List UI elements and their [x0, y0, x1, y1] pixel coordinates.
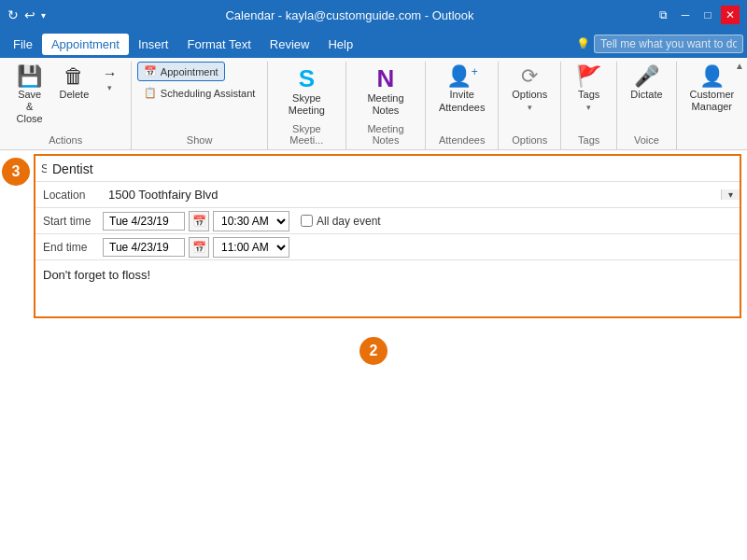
menu-bar: File Appointment Insert Format Text Revi… — [0, 30, 747, 58]
options-button[interactable]: ⟳ Options ▾ — [505, 62, 554, 117]
invite-icon: 👤+ — [446, 66, 478, 87]
ribbon-group-customer: 👤 CustomerManager — [677, 62, 747, 149]
menu-insert[interactable]: Insert — [129, 34, 178, 55]
options-buttons: ⟳ Options ▾ — [505, 62, 554, 133]
tags-icon: 🚩 — [576, 66, 601, 87]
restore-button[interactable]: ⧉ — [654, 6, 672, 24]
end-datetime: 📅 11:00 AM 11:30 AM 12:00 PM — [103, 235, 295, 259]
close-button[interactable]: ✕ — [721, 6, 740, 24]
window-controls: ⧉ ─ □ ✕ — [654, 6, 740, 24]
location-dropdown-button[interactable]: ▾ — [721, 189, 740, 200]
skype-icon: S — [299, 66, 315, 91]
scheduling-assistant-button[interactable]: 📋 Scheduling Assistant — [137, 83, 262, 103]
notes-text: Don't forget to floss! — [43, 268, 150, 282]
form-area: S Location ▾ Start time 📅 10:30 AM 11:00… — [34, 154, 741, 318]
callout-badge-3: 3 — [2, 158, 30, 186]
invite-attendees-button[interactable]: 👤+ InviteAttendees — [432, 62, 492, 119]
actions-buttons: 💾 Save &Close 🗑 Delete → ▾ — [7, 62, 123, 133]
location-input[interactable] — [103, 184, 721, 205]
attendees-label: Attendees — [439, 133, 486, 149]
customer-icon: 👤 — [699, 66, 725, 87]
subject-row: S — [35, 156, 740, 182]
tags-buttons: 🚩 Tags ▾ — [569, 62, 610, 133]
skype-buttons: S SkypeMeeting — [282, 62, 331, 121]
onenote-icon: N — [377, 66, 395, 91]
ribbon-group-skype: S SkypeMeeting Skype Meeti... — [268, 62, 346, 149]
end-time-label: End time — [35, 237, 103, 258]
show-label: Show — [187, 133, 213, 149]
start-date-input[interactable] — [103, 212, 185, 231]
customer-buttons: 👤 CustomerManager — [683, 62, 740, 144]
dictate-icon: 🎤 — [634, 66, 659, 87]
location-label: Location — [35, 185, 103, 205]
meeting-notes-buttons: N MeetingNotes — [360, 62, 410, 121]
tags-dropdown-icon: ▾ — [586, 103, 591, 112]
end-time-select[interactable]: 11:00 AM 11:30 AM 12:00 PM — [213, 237, 289, 258]
meeting-notes-label: Meeting Notes — [354, 121, 417, 149]
start-time-select[interactable]: 10:30 AM 11:00 AM 11:30 AM — [213, 211, 289, 231]
menu-file[interactable]: File — [4, 34, 42, 55]
save-icon: 💾 — [17, 66, 42, 87]
delete-button[interactable]: 🗑 Delete — [53, 62, 94, 105]
actions-label: Actions — [49, 133, 82, 149]
forward-icon: → — [103, 66, 118, 81]
menu-review[interactable]: Review — [261, 34, 319, 55]
options-icon: ⟳ — [521, 66, 538, 87]
maximize-button[interactable]: □ — [698, 6, 717, 24]
end-date-input[interactable] — [103, 238, 185, 257]
ribbon: 💾 Save &Close 🗑 Delete → ▾ Actions 📅 App… — [0, 58, 747, 150]
menu-help[interactable]: Help — [318, 34, 362, 55]
appointment-view-button[interactable]: 📅 Appointment — [137, 62, 225, 81]
ribbon-group-options: ⟳ Options ▾ Options — [499, 62, 561, 149]
voice-buttons: 🎤 Dictate — [624, 62, 669, 133]
ribbon-group-attendees: 👤+ InviteAttendees Attendees — [426, 62, 499, 149]
end-time-row: End time 📅 11:00 AM 11:30 AM 12:00 PM — [35, 234, 740, 260]
save-close-button[interactable]: 💾 Save &Close — [7, 62, 51, 131]
ribbon-group-actions: 💾 Save &Close 🗑 Delete → ▾ Actions — [0, 62, 132, 149]
menu-format-text[interactable]: Format Text — [177, 34, 260, 55]
lightbulb-icon: 💡 — [576, 37, 590, 50]
end-calendar-icon[interactable]: 📅 — [189, 237, 209, 258]
undo-icon[interactable]: ↩ — [24, 7, 35, 22]
tell-me-input[interactable] — [594, 35, 743, 53]
menu-appointment[interactable]: Appointment — [42, 34, 129, 55]
title-bar-left: ↻ ↩ ▾ — [7, 7, 46, 22]
window-title: Calendar - kayla@customguide.com - Outlo… — [46, 8, 654, 22]
ribbon-collapse-button[interactable]: ▲ — [732, 58, 747, 73]
ribbon-group-meeting-notes: N MeetingNotes Meeting Notes — [346, 62, 426, 149]
subject-input[interactable] — [47, 158, 740, 180]
appointment-icon: 📅 — [144, 65, 157, 77]
allday-label: All day event — [301, 215, 381, 228]
dictate-button[interactable]: 🎤 Dictate — [624, 62, 669, 105]
allday-checkbox[interactable] — [301, 215, 313, 227]
voice-label: Voice — [634, 133, 659, 149]
options-dropdown-icon: ▾ — [528, 103, 532, 112]
location-row: Location ▾ — [35, 182, 740, 208]
callout-badge-2: 2 — [359, 337, 388, 365]
attendees-buttons: 👤+ InviteAttendees — [432, 62, 492, 133]
notes-area[interactable]: Don't forget to floss! — [35, 260, 740, 316]
minimize-button[interactable]: ─ — [676, 6, 695, 24]
start-calendar-icon[interactable]: 📅 — [189, 211, 209, 231]
start-time-label: Start time — [35, 211, 103, 231]
subject-label: S — [35, 162, 47, 175]
scheduling-icon: 📋 — [144, 87, 157, 99]
ribbon-group-tags: 🚩 Tags ▾ Tags — [561, 62, 617, 149]
start-datetime: 📅 10:30 AM 11:00 AM 11:30 AM All day eve… — [103, 209, 387, 233]
skype-label: Skype Meeti... — [275, 121, 338, 149]
tags-button[interactable]: 🚩 Tags ▾ — [569, 62, 610, 117]
refresh-icon[interactable]: ↻ — [7, 7, 19, 22]
show-buttons: 📅 Appointment 📋 Scheduling Assistant — [137, 62, 262, 133]
options-label: Options — [512, 133, 547, 149]
meeting-notes-button[interactable]: N MeetingNotes — [360, 62, 410, 121]
forward-dropdown-icon: ▾ — [107, 83, 112, 92]
title-bar: ↻ ↩ ▾ Calendar - kayla@customguide.com -… — [0, 0, 747, 30]
tell-me-area[interactable]: 💡 — [576, 35, 743, 53]
start-time-row: Start time 📅 10:30 AM 11:00 AM 11:30 AM … — [35, 208, 740, 234]
ribbon-group-show: 📅 Appointment 📋 Scheduling Assistant Sho… — [132, 62, 267, 149]
skype-meeting-button[interactable]: S SkypeMeeting — [282, 62, 331, 121]
forward-button[interactable]: → ▾ — [96, 62, 123, 97]
ribbon-group-voice: 🎤 Dictate Voice — [617, 62, 676, 149]
window-body: 3 S Location ▾ Start time 📅 10:30 AM 11:… — [0, 150, 747, 560]
delete-icon: 🗑 — [63, 66, 84, 87]
